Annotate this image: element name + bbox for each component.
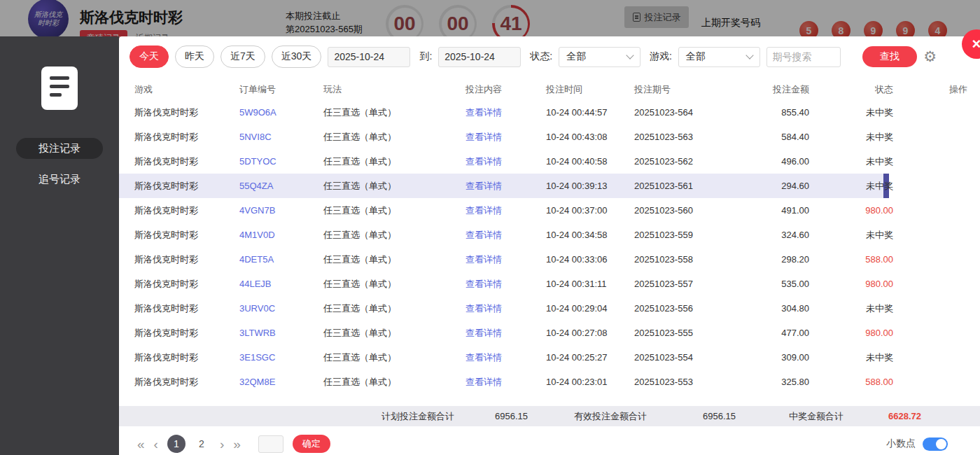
order-number-link[interactable]: 3URV0C (239, 303, 323, 314)
sidebar-item-bet-records[interactable]: 投注记录 (16, 138, 103, 159)
column-header: 游戏 (134, 83, 239, 96)
cell-bet-content: 查看详情 (421, 351, 546, 364)
confirm-page-button[interactable]: 确定 (293, 435, 330, 453)
view-detail-link[interactable]: 查看详情 (465, 328, 502, 338)
table-row[interactable]: 斯洛伐克时时彩44LEJB任三直选（单式）查看详情10-24 00:31:112… (119, 272, 980, 296)
close-icon: × (972, 35, 980, 52)
view-detail-link[interactable]: 查看详情 (465, 181, 502, 191)
cell-bet-period: 20251023-555 (634, 328, 736, 338)
order-number-link[interactable]: 44LEJB (239, 279, 323, 289)
range-yesterday-button[interactable]: 昨天 (175, 46, 214, 68)
settings-gear-icon[interactable]: ⚙ (923, 48, 937, 65)
table-row[interactable]: 斯洛伐克时时彩5DTYOC任三直选（单式）查看详情10-24 00:40:582… (119, 149, 980, 174)
cell-bet-content: 查看详情 (421, 155, 546, 168)
view-detail-link[interactable]: 查看详情 (465, 205, 502, 216)
status-select-value: 全部 (566, 50, 586, 63)
date-to-input[interactable] (438, 47, 521, 67)
view-detail-link[interactable]: 查看详情 (465, 156, 502, 167)
view-detail-link[interactable]: 查看详情 (465, 107, 502, 118)
view-detail-link[interactable]: 查看详情 (465, 303, 502, 314)
table-row[interactable]: 斯洛伐克时时彩32QM8E任三直选（单式）查看详情10-24 00:23:012… (119, 370, 980, 394)
table-row[interactable]: 斯洛伐克时时彩4DET5A任三直选（单式）查看详情10-24 00:33:062… (119, 247, 980, 272)
page-numbers: 12 (167, 435, 211, 453)
win-total-value: 6628.72 (888, 411, 921, 421)
table-row[interactable]: 斯洛伐克时时彩5NVI8C任三直选（单式）查看详情10-24 00:43:082… (119, 125, 980, 149)
order-number-link[interactable]: 5W9O6A (239, 107, 323, 118)
cell-game: 斯洛伐克时时彩 (134, 351, 239, 364)
first-page-icon[interactable]: « (137, 438, 145, 451)
game-label: 游戏: (650, 50, 672, 63)
cell-play-type: 任三直选（单式） (323, 376, 421, 388)
page-number-2[interactable]: 2 (192, 435, 211, 453)
order-number-link[interactable]: 5DTYOC (239, 156, 323, 167)
page-number-1[interactable]: 1 (167, 435, 186, 453)
prev-page-icon[interactable]: ‹ (154, 438, 158, 451)
order-number-link[interactable]: 55Q4ZA (239, 181, 323, 191)
cell-play-type: 任三直选（单式） (323, 253, 421, 266)
page-jump-input[interactable] (258, 435, 284, 453)
cell-bet-content: 查看详情 (421, 278, 546, 290)
cell-bet-period: 20251023-563 (634, 132, 736, 142)
view-detail-link[interactable]: 查看详情 (465, 254, 502, 265)
table-row[interactable]: 斯洛伐克时时彩55Q4ZA任三直选（单式）查看详情10-24 00:39:132… (119, 174, 980, 198)
next-page-icon[interactable]: › (220, 438, 224, 451)
column-header: 投注内容 (421, 83, 546, 96)
game-select[interactable]: 全部 (678, 47, 760, 67)
order-number-link[interactable]: 32QM8E (239, 377, 323, 387)
cell-bet-period: 20251023-557 (634, 279, 736, 289)
column-header: 投注时间 (546, 83, 634, 96)
view-detail-link[interactable]: 查看详情 (465, 377, 502, 387)
range-today-button[interactable]: 今天 (130, 46, 169, 68)
cell-bet-time: 10-24 00:44:57 (546, 107, 634, 118)
order-number-link[interactable]: 4DET5A (239, 254, 323, 265)
cell-bet-content: 查看详情 (421, 302, 546, 315)
cell-play-type: 任三直选（单式） (323, 229, 421, 241)
summary-bar: 计划投注金额合计 6956.15 有效投注金额合计 6956.15 中奖金额合计… (119, 406, 980, 426)
range-7days-button[interactable]: 近7天 (220, 46, 265, 68)
view-detail-link[interactable]: 查看详情 (465, 352, 502, 363)
cell-bet-period: 20251023-554 (634, 352, 736, 363)
table-row[interactable]: 斯洛伐克时时彩4M1V0D任三直选（单式）查看详情10-24 00:34:582… (119, 223, 980, 247)
status-label: 状态: (530, 50, 552, 63)
table-row[interactable]: 斯洛伐克时时彩3URV0C任三直选（单式）查看详情10-24 00:29:042… (119, 296, 980, 321)
decimal-toggle[interactable] (923, 438, 948, 451)
cell-bet-amount: 324.60 (736, 230, 809, 240)
view-detail-link[interactable]: 查看详情 (465, 132, 502, 142)
table-row[interactable]: 斯洛伐克时时彩5W9O6A任三直选（单式）查看详情10-24 00:44:572… (119, 100, 980, 125)
range-30days-button[interactable]: 近30天 (272, 46, 322, 68)
order-number-link[interactable]: 3E1SGC (239, 352, 323, 363)
valid-total-label: 有效投注金额合计 (574, 410, 647, 423)
period-search-input[interactable] (766, 47, 841, 67)
column-header: 投注金额 (736, 83, 809, 96)
date-from-input[interactable] (328, 47, 410, 67)
order-number-link[interactable]: 4VGN7B (239, 205, 323, 216)
cell-play-type: 任三直选（单式） (323, 204, 421, 217)
cell-bet-time: 10-24 00:39:13 (546, 181, 634, 191)
view-detail-link[interactable]: 查看详情 (465, 279, 502, 289)
search-button[interactable]: 查找 (862, 46, 918, 67)
table-row[interactable]: 斯洛伐克时时彩3E1SGC任三直选（单式）查看详情10-24 00:25:272… (119, 345, 980, 370)
table-row[interactable]: 斯洛伐克时时彩4VGN7B任三直选（单式）查看详情10-24 00:37:002… (119, 198, 980, 223)
table-row[interactable]: 斯洛伐克时时彩3LTWRB任三直选（单式）查看详情10-24 00:27:082… (119, 321, 980, 345)
cell-bet-amount: 325.80 (736, 377, 809, 387)
cell-game: 斯洛伐克时时彩 (134, 229, 239, 241)
order-number-link[interactable]: 5NVI8C (239, 132, 323, 142)
cell-game: 斯洛伐克时时彩 (134, 204, 239, 217)
order-number-link[interactable]: 3LTWRB (239, 328, 323, 338)
status-select[interactable]: 全部 (559, 47, 640, 67)
order-number-link[interactable]: 4M1V0D (239, 230, 323, 240)
cell-bet-content: 查看详情 (421, 253, 546, 266)
column-header: 投注期号 (634, 83, 736, 96)
table-body: 斯洛伐克时时彩5W9O6A任三直选（单式）查看详情10-24 00:44:572… (119, 100, 980, 394)
cell-bet-period: 20251023-556 (634, 303, 736, 314)
view-detail-link[interactable]: 查看详情 (465, 230, 502, 240)
cell-game: 斯洛伐克时时彩 (134, 302, 239, 315)
last-page-icon[interactable]: » (233, 438, 241, 451)
plan-total-value: 6956.15 (495, 411, 528, 421)
chevron-down-icon (626, 51, 634, 59)
cell-bet-content: 查看详情 (421, 180, 546, 192)
table-header-row: 游戏订单编号玩法投注内容投注时间投注期号投注金额状态操作 (119, 79, 980, 100)
cell-bet-amount: 298.20 (736, 254, 809, 265)
sidebar-item-chase-records[interactable]: 追号记录 (16, 169, 103, 190)
cell-bet-time: 10-24 00:33:06 (546, 254, 634, 265)
